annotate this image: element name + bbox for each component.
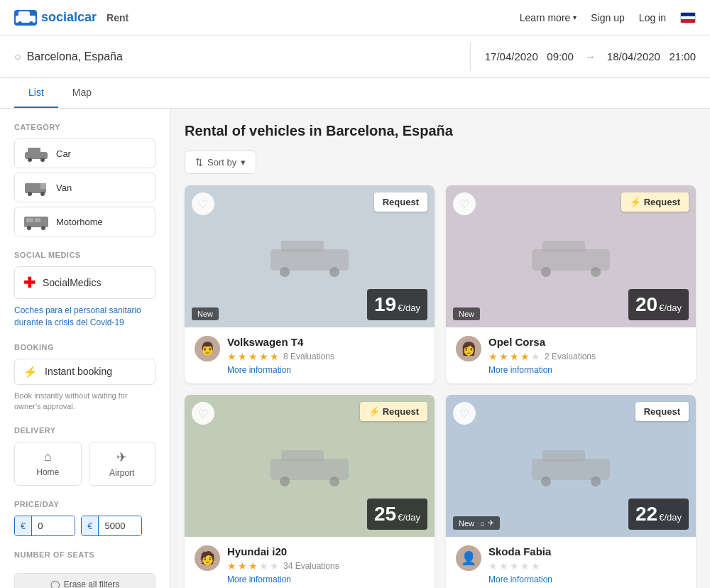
chevron-down-icon: ▾ xyxy=(573,13,577,21)
more-info-link[interactable]: More information xyxy=(488,365,686,375)
social-medics-section: SOCIAL MEDICS ✚ SocialMedics Coches para… xyxy=(14,251,155,329)
van-label: Van xyxy=(56,183,72,193)
social-medics-filter[interactable]: ✚ SocialMedics xyxy=(14,266,155,299)
request-badge[interactable]: Request xyxy=(635,402,689,421)
price-amount: 22 xyxy=(635,503,657,526)
filter-motorhome[interactable]: Motorhome xyxy=(14,207,155,236)
category-section: CATEGORY Car Van xyxy=(14,123,155,236)
svg-point-16 xyxy=(41,226,45,230)
svg-point-32 xyxy=(591,477,601,486)
delivery-airport-btn[interactable]: ✈ Airport xyxy=(89,442,156,486)
tab-map[interactable]: Map xyxy=(58,78,106,108)
svg-rect-18 xyxy=(281,241,324,252)
sort-button[interactable]: ⇅ Sort by ▾ xyxy=(185,151,256,174)
star-icon: ★ xyxy=(238,351,247,362)
page-title: Rental of vehicles in Barcelona, España xyxy=(185,123,696,139)
star-icon: ★ xyxy=(520,560,530,572)
more-info-link[interactable]: More information xyxy=(227,575,425,584)
star-icon: ★ xyxy=(510,351,519,362)
log-in-link[interactable]: Log in xyxy=(639,12,666,23)
delivery-home-btn[interactable]: ⌂ Home xyxy=(14,442,82,486)
avatar: 🧑 xyxy=(195,545,220,571)
seats-section: NUMBER OF SEATS xyxy=(14,550,155,559)
flag-icon[interactable] xyxy=(680,12,696,23)
car-details: Volkswagen T4 ★★★★★ 8 Evaluations More i… xyxy=(227,336,425,375)
heart-button[interactable]: ♡ xyxy=(192,402,214,425)
bolt-badge-icon: ⚡ xyxy=(630,197,641,207)
price-max-field[interactable] xyxy=(99,516,141,535)
price-tag: 22 €/day xyxy=(628,499,689,530)
social-medics-desc[interactable]: Coches para el personal sanitario durant… xyxy=(14,305,155,329)
svg-rect-9 xyxy=(40,183,46,189)
tab-list[interactable]: List xyxy=(14,78,58,108)
new-badge: New xyxy=(453,307,480,320)
card-info: 👩 Opel Corsa ★★★★★ 2 Evaluations More in… xyxy=(446,327,696,383)
heart-button[interactable]: ♡ xyxy=(453,192,476,215)
erase-icon: ◯ xyxy=(50,579,60,588)
svg-point-11 xyxy=(40,192,45,196)
car-icon xyxy=(23,145,49,162)
svg-rect-13 xyxy=(26,218,33,222)
sign-up-link[interactable]: Sign up xyxy=(591,12,624,23)
heart-button[interactable]: ♡ xyxy=(453,402,476,425)
star-icon: ★ xyxy=(499,560,508,572)
card-info: 🧑 Hyundai i20 ★★★★★ 34 Evaluations More … xyxy=(185,537,435,588)
price-amount: 25 xyxy=(374,503,396,526)
svg-rect-5 xyxy=(28,148,40,153)
svg-rect-1 xyxy=(18,11,30,17)
card-image: ♡ Request New 19 €/day xyxy=(185,185,435,327)
erase-filters-button[interactable]: ◯ Erase all filters xyxy=(14,573,155,588)
request-badge[interactable]: Request xyxy=(374,192,427,212)
svg-point-7 xyxy=(40,158,45,162)
svg-point-23 xyxy=(541,267,551,277)
airport-icon: ✈ xyxy=(116,450,127,465)
svg-rect-26 xyxy=(281,450,324,462)
car-name: Volkswagen T4 xyxy=(227,336,425,348)
car-label: Car xyxy=(56,148,71,159)
new-badge: New xyxy=(192,307,219,320)
logo: socialcar Rent xyxy=(14,10,129,26)
filter-van[interactable]: Van xyxy=(14,173,155,202)
new-badge: New ⌂✈ xyxy=(453,516,500,530)
booking-section: BOOKING ⚡ Instant booking Book instantly… xyxy=(14,343,155,413)
location-text: Barcelona, España xyxy=(27,50,123,63)
price-tag: 20 €/day xyxy=(628,289,689,320)
sort-icon: ⇅ xyxy=(195,157,203,168)
heart-button[interactable]: ♡ xyxy=(192,192,214,215)
svg-rect-21 xyxy=(532,249,610,271)
request-badge[interactable]: ⚡ Request xyxy=(360,402,427,421)
svg-rect-22 xyxy=(542,241,585,252)
location-display[interactable]: ○ Barcelona, España xyxy=(14,50,456,63)
star-icon: ★ xyxy=(238,560,247,572)
star-rating: ★★★★★ 34 Evaluations xyxy=(227,560,425,572)
price-min-field[interactable] xyxy=(32,516,75,535)
eval-count: 8 Evaluations xyxy=(283,352,334,361)
star-icon: ★ xyxy=(227,351,236,362)
header: socialcar Rent Learn more ▾ Sign up Log … xyxy=(0,0,710,36)
filter-car[interactable]: Car xyxy=(14,138,155,168)
svg-point-10 xyxy=(28,192,32,196)
main-content: CATEGORY Car Van xyxy=(0,109,710,588)
dates-display[interactable]: 17/04/2020 09:00 → 18/04/2020 21:00 xyxy=(485,50,696,62)
date-from: 17/04/2020 09:00 xyxy=(485,50,574,62)
learn-more-link[interactable]: Learn more ▾ xyxy=(520,12,577,23)
price-label: PRICE/DAY xyxy=(14,500,155,508)
sort-bar: ⇅ Sort by ▾ xyxy=(185,151,696,174)
car-name: Opel Corsa xyxy=(488,336,686,348)
request-badge[interactable]: ⚡ Request xyxy=(621,192,689,212)
svg-point-20 xyxy=(329,267,339,277)
star-icon: ★ xyxy=(488,351,498,362)
svg-point-6 xyxy=(28,158,32,162)
svg-rect-30 xyxy=(542,450,585,462)
vehicle-card: ♡ Request New ⌂✈ 22 €/day 👤 Skoda Fabia xyxy=(446,395,696,588)
svg-point-24 xyxy=(591,267,601,277)
more-info-link[interactable]: More information xyxy=(488,575,686,584)
instant-booking-label: Instant booking xyxy=(45,366,112,377)
more-info-link[interactable]: More information xyxy=(227,365,425,375)
vehicle-card: ♡ Request New 19 €/day 👨 Volkswagen T4 xyxy=(185,185,435,383)
svg-point-27 xyxy=(280,477,290,486)
badge-label: Request xyxy=(644,197,680,207)
instant-booking-filter[interactable]: ⚡ Instant booking xyxy=(14,359,155,385)
price-unit: €/day xyxy=(398,512,420,523)
delivery-options: ⌂ Home ✈ Airport xyxy=(14,442,155,486)
